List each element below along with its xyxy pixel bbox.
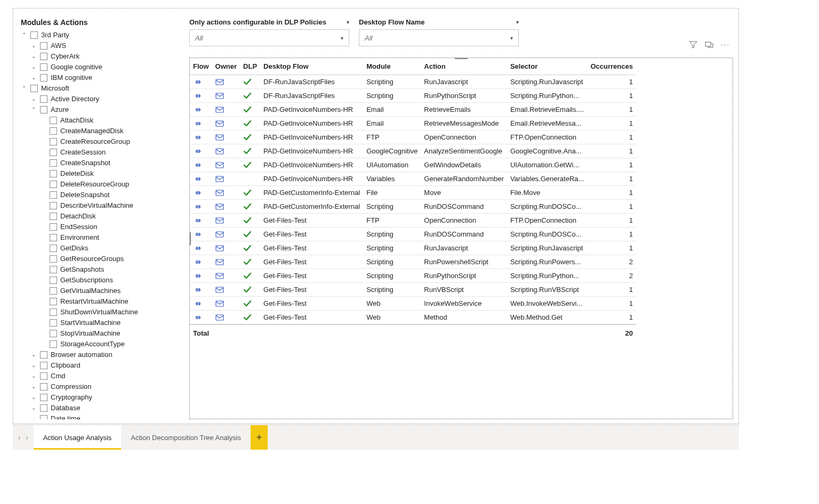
caret-expanded-icon[interactable]: ⌃ [21,83,27,94]
checkbox[interactable] [50,308,57,316]
flow-link-icon[interactable] [190,241,212,255]
col-flow[interactable]: Flow [190,58,212,75]
tree-leaf[interactable]: RestartVirtualMachine [21,296,170,307]
tree-leaf[interactable]: CreateSnapshot [21,158,170,168]
table-row[interactable]: Get-Files-Test Scripting RunVBScript Scr… [190,283,636,297]
checkbox[interactable] [40,53,47,60]
tree-leaf[interactable]: CreateResourceGroup [21,136,170,147]
owner-mail-icon[interactable] [212,75,240,89]
caret-collapsed-icon[interactable]: ⌄ [30,392,37,403]
table-row[interactable]: PAD-GetInvoiceNumbers-HR FTP OpenConnect… [190,131,636,144]
caret-collapsed-icon[interactable]: ⌄ [30,40,37,51]
table-row[interactable]: PAD-GetCustomerInfo-External Scripting R… [190,200,636,214]
checkbox[interactable] [40,95,47,103]
checkbox[interactable] [50,191,57,199]
flow-link-icon[interactable] [190,269,212,283]
tree-leaf[interactable]: DeleteResourceGroup [21,179,170,190]
tree-group[interactable]: ⌄Compression [21,381,170,392]
owner-mail-icon[interactable] [212,241,240,255]
flow-link-icon[interactable] [190,297,212,311]
checkbox[interactable] [50,127,57,135]
checkbox[interactable] [40,372,47,380]
checkbox[interactable] [30,85,38,92]
checkbox[interactable] [50,287,57,295]
tree-leaf[interactable]: DetachDisk [21,211,170,222]
checkbox[interactable] [40,362,47,369]
checkbox[interactable] [50,149,57,156]
checkbox[interactable] [50,181,57,188]
table-row[interactable]: Get-Files-Test Web Method Web.Method.Get… [190,311,636,325]
resize-handle-left[interactable] [189,232,191,245]
tree-leaf[interactable]: StorageAccountType [21,339,170,349]
flow-link-icon[interactable] [190,131,212,144]
add-page-button[interactable]: + [251,425,268,450]
table-row[interactable]: Get-Files-Test Scripting RunPythonScript… [190,269,636,283]
caret-expanded-icon[interactable]: ⌃ [21,30,27,40]
tab-action-decomposition[interactable]: Action Decomposition Tree Analysis [121,425,251,450]
flow-link-icon[interactable] [190,117,212,131]
tree-group[interactable]: ⌄CyberArk [21,51,170,62]
col-owner[interactable]: Owner [212,58,240,75]
checkbox[interactable] [50,277,57,284]
dlp-filter-dropdown[interactable]: All▾ [189,29,349,46]
tree-leaf[interactable]: GetVirtualMachines [21,286,170,296]
tree-leaf[interactable]: GetDisks [21,243,170,254]
tree-group[interactable]: ⌄Cryptography [21,392,170,403]
owner-mail-icon[interactable] [212,89,240,103]
tree-leaf[interactable]: DescribeVirtualMachine [21,200,170,211]
checkbox[interactable] [50,255,57,263]
col-selector[interactable]: Selector [507,58,588,75]
flow-filter-dropdown[interactable]: All▾ [359,29,519,46]
owner-mail-icon[interactable] [212,255,240,269]
checkbox[interactable] [50,234,57,241]
caret-expanded-icon[interactable]: ⌃ [30,104,37,115]
tree-group[interactable]: ⌄Active Directory [21,94,170,104]
tree-group[interactable]: ⌃Microsoft [21,83,170,94]
owner-mail-icon[interactable] [212,158,240,172]
tree-leaf[interactable]: CreateManagedDisk [21,126,170,136]
tree-leaf[interactable]: ShutDownVirtualMachine [21,307,170,318]
tab-action-usage[interactable]: Action Usage Analysis [34,425,122,450]
col-dlp[interactable]: DLP [240,58,260,75]
flow-link-icon[interactable] [190,214,212,227]
table-row[interactable]: Get-Files-Test Scripting RunPowershellSc… [190,255,636,269]
owner-mail-icon[interactable] [212,200,240,214]
tree-group[interactable]: ⌃3rd Party [21,30,170,40]
flow-link-icon[interactable] [190,89,212,103]
filter-icon[interactable] [689,40,697,49]
col-desktop[interactable]: Desktop Flow [260,58,363,75]
owner-mail-icon[interactable] [212,311,240,325]
checkbox[interactable] [50,170,57,177]
owner-mail-icon[interactable] [212,172,240,186]
table-row[interactable]: Get-Files-Test Scripting RunDOSCommand S… [190,227,636,241]
owner-mail-icon[interactable] [212,186,240,200]
checkbox[interactable] [50,138,57,145]
tree-leaf[interactable]: AttachDisk [21,115,170,126]
checkbox[interactable] [40,63,47,71]
tree-leaf[interactable]: GetSnapshots [21,264,170,275]
caret-collapsed-icon[interactable]: ⌄ [30,371,37,381]
tree-group[interactable]: ⌄Date time [21,413,170,419]
tree-group[interactable]: ⌄Browser automation [21,349,170,360]
table-row[interactable]: PAD-GetInvoiceNumbers-HR UIAutomation Ge… [190,158,636,172]
owner-mail-icon[interactable] [212,144,240,158]
checkbox[interactable] [30,31,38,39]
checkbox[interactable] [40,415,47,419]
tree-leaf[interactable]: CreateSession [21,147,170,158]
tree-group[interactable]: ⌄Database [21,403,170,413]
table-row[interactable]: Get-Files-Test FTP OpenConnection FTP.Op… [190,214,636,227]
flow-link-icon[interactable] [190,255,212,269]
col-module[interactable]: Module [363,58,421,75]
tab-next-icon[interactable]: › [26,434,28,442]
checkbox[interactable] [40,404,47,412]
flow-link-icon[interactable] [190,144,212,158]
checkbox[interactable] [50,223,57,231]
resize-handle-top[interactable] [455,58,468,59]
table-row[interactable]: Get-Files-Test Scripting RunJavascript S… [190,241,636,255]
caret-collapsed-icon[interactable]: ⌄ [30,51,37,62]
tree-leaf[interactable]: EndSession [21,222,170,232]
checkbox[interactable] [40,351,47,359]
table-row[interactable]: DF-RunJavaScriptFiles Scripting RunPytho… [190,89,636,103]
table-row[interactable]: DF-RunJavaScriptFiles Scripting RunJavas… [190,75,636,89]
caret-collapsed-icon[interactable]: ⌄ [30,72,37,83]
